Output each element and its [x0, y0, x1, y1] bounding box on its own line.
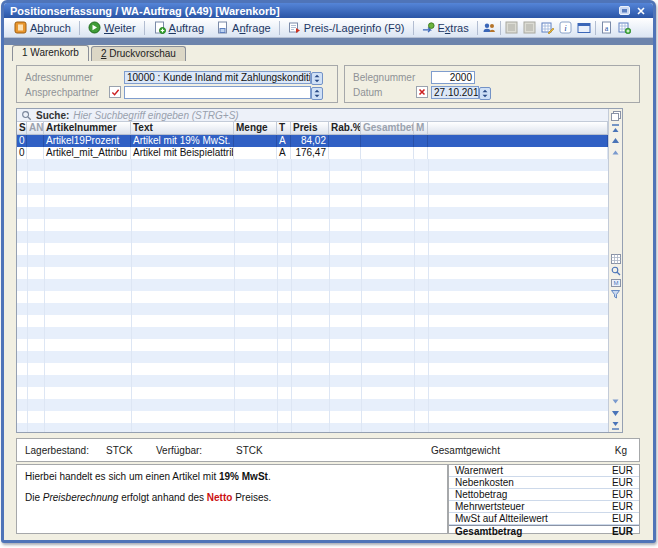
grid-add-icon	[618, 21, 631, 34]
column-header-rab[interactable]: Rab.%	[329, 122, 361, 134]
scroll-down-icon	[612, 398, 619, 405]
filter-button[interactable]	[610, 289, 622, 301]
scroll-up-icon	[612, 149, 619, 156]
restore-button[interactable]	[618, 5, 631, 16]
extras-icon	[422, 21, 435, 34]
app-window: Positionserfassung / WA-Auftrag (A49) [W…	[1, 0, 656, 543]
tab-druckvorschau-label: 2 Druckvorschau	[101, 48, 176, 59]
column-header-gesamtbetrag[interactable]: Gesamtbetrag	[361, 122, 414, 134]
grid-nav-strip: M	[608, 109, 622, 432]
anfrage-label: Anfrage	[232, 22, 271, 34]
totals-row-mehrwertsteuer: MehrwertsteuerEUR	[449, 501, 639, 513]
column-header-text[interactable]: Text	[131, 122, 234, 134]
info-line-2: Die Preisberechnung erfolgt anhand des N…	[25, 492, 439, 503]
ansprechpartner-spinner[interactable]	[311, 86, 323, 99]
tab-druckvorschau[interactable]: 2 Druckvorschau	[91, 46, 186, 61]
column-header-t[interactable]: T	[277, 122, 291, 134]
datum-field[interactable]: 27.10.2014 /Mo	[431, 86, 479, 99]
clear-icon	[418, 88, 426, 96]
scroll-bottom-button[interactable]	[610, 419, 622, 431]
grid-add-button[interactable]	[616, 19, 634, 36]
weiter-button[interactable]: Weiter	[82, 19, 142, 36]
window-layout-button[interactable]	[575, 19, 593, 36]
belegnummer-field[interactable]: 2000	[431, 71, 475, 84]
belegnummer-label: Belegnummer	[353, 71, 415, 84]
toolbar-separator	[79, 21, 80, 35]
grid-select-icon	[611, 254, 621, 264]
abort-icon	[14, 21, 27, 34]
auftrag-label: Auftrag	[169, 22, 204, 34]
row-marker-icon: M	[611, 279, 621, 287]
column-header-an[interactable]: AN	[27, 122, 44, 134]
scroll-up-button[interactable]	[610, 146, 622, 158]
info-button[interactable]: i	[557, 19, 575, 36]
window-title: Positionserfassung / WA-Auftrag (A49) [W…	[10, 5, 615, 17]
column-header-s[interactable]: S	[17, 122, 27, 134]
filter-icon	[611, 290, 620, 299]
clear-date-button[interactable]	[416, 86, 428, 98]
scroll-top-button[interactable]	[610, 122, 622, 134]
toolbar: Abbruch Weiter Auftrag Anfrage Preis-/La…	[4, 18, 653, 38]
grid-select-button[interactable]	[610, 253, 622, 265]
ansprechpartner-field[interactable]	[124, 86, 311, 99]
anfrage-button[interactable]: Anfrage	[210, 19, 277, 36]
preisinfo-button[interactable]: Preis-/Lagerinfo (F9)	[282, 19, 411, 36]
abbruch-button[interactable]: Abbruch	[8, 19, 77, 36]
extras-button[interactable]: Extras	[416, 19, 475, 36]
ansprechpartner-label: Ansprechpartner	[25, 86, 99, 99]
grid-row[interactable]: 0 Artikel_mit_Attribu Artikel mit Beispi…	[17, 147, 608, 159]
address-group: Adressnummer 10000 : Kunde Inland mit Za…	[16, 65, 338, 103]
info-icon: i	[559, 21, 572, 34]
toolbar-separator	[413, 21, 414, 35]
toolbar-separator	[144, 21, 145, 35]
users-button[interactable]	[480, 19, 498, 36]
content-area: Adressnummer 10000 : Kunde Inland mit Za…	[4, 61, 653, 543]
info-panel: Hierbei handelt es sich um einen Artikel…	[16, 464, 448, 534]
lagerbestand-label: Lagerbestand:	[25, 445, 89, 456]
column-header-preis[interactable]: Preis	[291, 122, 329, 134]
close-icon	[637, 7, 645, 15]
order-document-icon	[153, 21, 166, 34]
close-button[interactable]	[634, 5, 647, 16]
column-options-button[interactable]	[610, 110, 622, 122]
zoom-button[interactable]	[610, 265, 622, 277]
search-input[interactable]	[73, 110, 604, 121]
tab-warenkorb[interactable]: 1 Warenkorb	[12, 45, 89, 61]
check-icon	[111, 88, 120, 97]
adressnummer-label: Adressnummer	[25, 71, 93, 84]
column-header-m[interactable]: M	[414, 122, 428, 134]
panel-icon	[523, 21, 536, 34]
next-icon	[88, 21, 101, 34]
info-line-1: Hierbei handelt es sich um einen Artikel…	[25, 471, 439, 482]
scroll-bottom-icon	[611, 421, 620, 430]
gesamtgewicht-label: Gesamtgewicht	[431, 445, 500, 456]
adressnummer-field[interactable]: 10000 : Kunde Inland mit Zahlungskonditi…	[124, 71, 311, 84]
verfuegbar-unit: STCK	[236, 445, 263, 456]
window-layout-icon	[577, 22, 591, 34]
totals-row-nettobetrag: NettobetragEUR	[449, 489, 639, 501]
grid-edit-button[interactable]	[539, 19, 557, 36]
row-up-button[interactable]	[610, 134, 622, 146]
column-header-filler	[428, 122, 608, 134]
search-bar: Suche:	[17, 109, 608, 122]
scroll-down-button[interactable]	[610, 395, 622, 407]
datum-spinner[interactable]	[479, 86, 491, 99]
header-band	[4, 38, 653, 45]
column-header-menge[interactable]: Menge	[234, 122, 277, 134]
svg-text:a: a	[605, 24, 609, 33]
view-toggle-1-button[interactable]	[503, 19, 521, 36]
adressnummer-spinner[interactable]	[311, 71, 323, 84]
row-marker-button[interactable]: M	[610, 277, 622, 289]
search-icon	[21, 110, 32, 121]
inquiry-document-icon	[216, 21, 229, 34]
svg-text:M: M	[613, 280, 618, 286]
note-button[interactable]: a	[598, 19, 616, 36]
extras-label: Extras	[438, 22, 469, 34]
view-toggle-2-button[interactable]	[521, 19, 539, 36]
row-down-button[interactable]	[610, 407, 622, 419]
grid-row-selected[interactable]: 0 Artikel19Prozent Artikel mit 19% MwSt.…	[17, 135, 608, 147]
auftrag-button[interactable]: Auftrag	[147, 19, 210, 36]
edit-contact-button[interactable]	[109, 86, 121, 98]
column-header-artikelnummer[interactable]: Artikelnummer	[44, 122, 131, 134]
grid-edit-icon	[541, 21, 554, 34]
